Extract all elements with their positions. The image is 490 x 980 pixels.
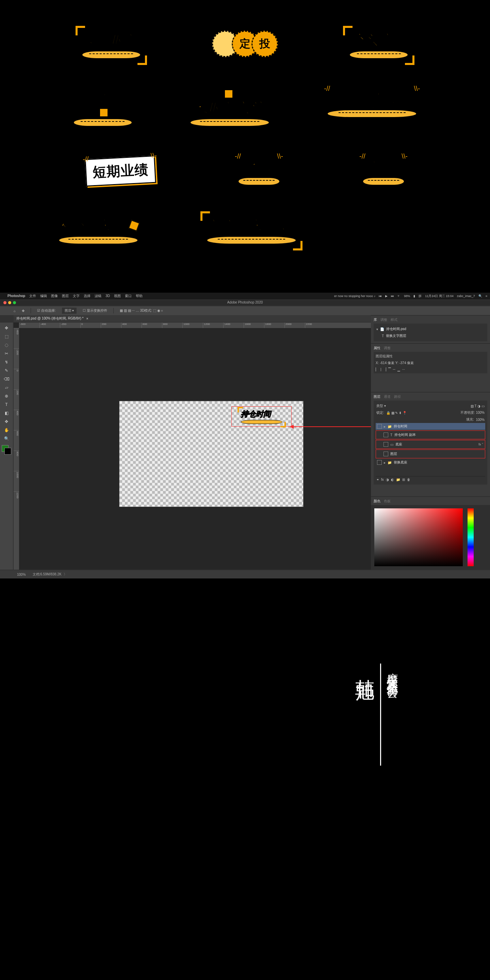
mask-icon[interactable]: ◑ [386,478,389,482]
home-icon[interactable]: ⌂ [14,309,16,313]
battery-icon: ▮ [414,294,415,298]
mac-menu-item[interactable]: 帮助 [136,294,143,298]
tool-button[interactable]: ⌫ [2,375,11,383]
canvas-title-text: 持仓时间 [241,409,282,419]
folder-icon[interactable]: 📁 [396,478,400,482]
mac-menu-item[interactable]: 文件 [29,294,36,298]
align-group[interactable]: ▦ ▥ ▤ ··· … 3D模式: ⬚ ◉ ⟐ [120,308,163,313]
layer-row[interactable]: 图层 [377,450,484,457]
new-layer-icon[interactable]: ⊞ [402,478,405,482]
date-time[interactable]: 11月24日 周二 15:04 [425,294,453,298]
title-text: 短期业绩 [92,162,149,180]
mac-menubar[interactable]: Photoshop文件编辑图像图层文字选择滤镜3D视图窗口帮助 er now n… [0,293,490,299]
mac-menu-item[interactable]: 文字 [73,294,80,298]
tool-button[interactable]: 🔍 [2,434,11,443]
tool-button[interactable]: ⊕ [2,392,11,400]
layer-row[interactable]: T持仓时间 副本 [377,431,484,438]
media-next-icon[interactable]: ⏭ [391,294,394,298]
mac-menu-item[interactable]: 3D [105,294,110,298]
title-grid: 持仓时间 定 投 空头市场 蓝筹股 长时间关注 [44,30,446,275]
wifi-icon[interactable]: ᯤ [398,294,401,298]
layer-row[interactable]: ▭底座fx ˅ [377,441,484,448]
mac-menu-item[interactable]: 视图 [114,294,121,298]
tool-button[interactable]: ◌ [2,341,11,349]
title-text: 政策 [245,157,273,176]
title-card-5: 长时间关注 [190,89,269,127]
tool-button[interactable]: ✥ [2,324,11,332]
document-tab[interactable]: 持仓时间.psd @ 100% (持仓时间, RGB/8#) *× [14,315,371,322]
tool-button[interactable]: ✎ [2,366,11,375]
link-layers-icon[interactable]: ⚭ [376,478,379,482]
tool-button[interactable]: ◧ [2,409,11,417]
status-bar: 100% 文档:6.59M/838.2K 〉 [0,570,490,579]
visibility-icon[interactable] [377,424,382,429]
visibility-icon[interactable] [383,452,388,456]
title-card-6: 第一支柱的年金发展仍然不足 [327,89,417,127]
background-swatch[interactable] [5,448,11,455]
fx-icon[interactable]: fx [381,478,384,482]
media-prev-icon[interactable]: ⏮ [379,294,382,298]
zoom-level[interactable]: 100% [17,573,26,576]
right-panels[interactable]: 库调整样式 ▾📄持仓时间.psd T替换文字图层 属性调整 图层组属性 X: -… [371,315,490,570]
platter-icon [363,177,404,185]
layer-row[interactable]: ▸📁替换底座 [375,459,485,466]
tool-button[interactable]: ✂ [2,350,11,358]
align-right-icon[interactable]: ▕ [383,368,386,371]
tool-button[interactable]: ✥ [2,417,11,426]
platter-icon [59,236,138,244]
move-tool-icon[interactable]: ✥ [22,309,24,313]
color-picker[interactable] [371,505,490,570]
user-name[interactable]: zabc_imac_7 [457,294,475,298]
trash-icon[interactable]: 🗑 [407,478,410,482]
title-text: 追星 [369,157,398,176]
auto-select-checkbox[interactable]: ☑ 自动选择: [37,308,56,313]
menu-icon[interactable]: ≡ [485,294,487,298]
layers-panel[interactable]: 图层通道路径 类型 ▾ ▧ T ◑ ▭ 锁定: 🔒 ▦ ✎ ⬍ 📍 不透明度: … [371,392,490,496]
title-text: 持仓时间 [83,30,139,49]
bracket-icon [280,422,286,427]
libraries-panel[interactable]: 库调整样式 ▾📄持仓时间.psd T替换文字图层 [371,315,490,343]
mac-menu-item[interactable]: 图层 [62,294,69,298]
tools-panel[interactable]: ✥⬚◌✂↯✎⌫▱⊕T◧✥✋🔍 [0,323,13,570]
circle-badge: 投 [251,30,278,57]
layer-row[interactable]: ▸📁持仓时间 [375,423,485,430]
prop-xy[interactable]: X: -614 像素 Y: -374 像素 [375,361,485,366]
layer-kind-dd[interactable]: 类型 ▾ [376,404,386,408]
mac-menu-item[interactable]: 编辑 [40,294,47,298]
transform-controls-checkbox[interactable]: ☐ 显示变换控件 [83,308,107,313]
mac-menu-item[interactable]: 图像 [51,294,58,298]
visibility-icon[interactable] [377,460,382,465]
mac-menu-item[interactable]: 窗口 [125,294,132,298]
close-tab-icon[interactable]: × [86,317,88,321]
platter-icon [241,420,282,424]
visibility-icon[interactable] [383,433,388,437]
chevron-right-icon[interactable]: 〉 [64,572,67,577]
hue-slider[interactable] [468,508,474,566]
media-play-icon[interactable]: ▶ [385,294,388,298]
options-bar[interactable]: ⌂ ✥ ☑ 自动选择: 图层 ▾ ☐ 显示变换控件 ▦ ▥ ▤ ··· … 3D… [0,306,490,315]
title-text: 空头市场 [351,30,407,49]
adjustment-icon[interactable]: ◐ [391,478,394,482]
mac-menu-item[interactable]: 滤镜 [95,294,102,298]
mac-menu-item[interactable]: Photoshop [8,294,25,298]
tool-button[interactable]: T [2,401,11,409]
canvas-area[interactable]: -600-400-2000200400600800100012001400160… [14,323,371,570]
align-center-icon[interactable]: | [380,368,382,371]
visibility-icon[interactable] [383,442,388,447]
properties-panel[interactable]: 属性调整 图层组属性 X: -614 像素 Y: -374 像素 ▏|▕ ▔─▁… [371,343,490,392]
auto-select-dd[interactable]: 图层 ▾ [62,308,77,314]
mac-menu-item[interactable]: 选择 [84,294,91,298]
title-text: 第一支柱的年金发展仍然不足 [338,89,406,108]
color-field[interactable] [374,508,463,566]
align-bot-icon[interactable]: ▁ [398,368,400,371]
tool-button[interactable]: ↯ [2,358,11,366]
tool-button[interactable]: ✋ [2,426,11,434]
align-top-icon[interactable]: ▔ [388,368,391,371]
align-mid-icon[interactable]: ─ [393,368,395,371]
ruler-horizontal: -600-400-2000200400600800100012001400160… [19,323,371,328]
align-left-icon[interactable]: ▏ [375,368,379,371]
tool-button[interactable]: ⬚ [2,332,11,340]
search-icon[interactable]: 🔍 [479,294,482,298]
tool-button[interactable]: ▱ [2,383,11,392]
input-icon[interactable]: 拼 [418,294,422,298]
